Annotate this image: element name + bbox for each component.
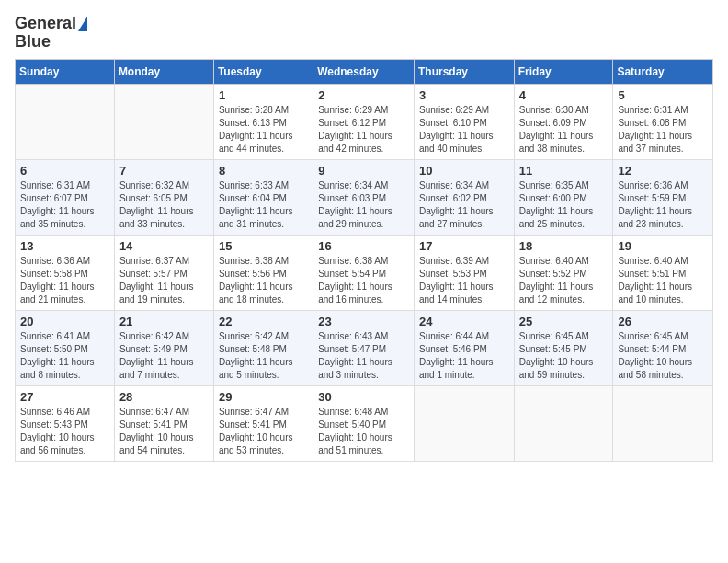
day-header-thursday: Thursday xyxy=(414,59,514,84)
day-number: 2 xyxy=(318,88,409,102)
calendar-cell: 3Sunrise: 6:29 AM Sunset: 6:10 PM Daylig… xyxy=(414,84,514,159)
day-info: Sunrise: 6:38 AM Sunset: 5:54 PM Dayligh… xyxy=(318,255,409,306)
calendar-cell: 29Sunrise: 6:47 AM Sunset: 5:41 PM Dayli… xyxy=(213,385,313,461)
calendar-cell: 18Sunrise: 6:40 AM Sunset: 5:52 PM Dayli… xyxy=(514,235,613,310)
day-header-wednesday: Wednesday xyxy=(313,59,415,84)
calendar-week-1: 1Sunrise: 6:28 AM Sunset: 6:13 PM Daylig… xyxy=(16,84,713,159)
calendar-week-2: 6Sunrise: 6:31 AM Sunset: 6:07 PM Daylig… xyxy=(16,159,713,235)
day-info: Sunrise: 6:41 AM Sunset: 5:50 PM Dayligh… xyxy=(20,330,109,382)
day-number: 7 xyxy=(119,164,209,178)
calendar-week-5: 27Sunrise: 6:46 AM Sunset: 5:43 PM Dayli… xyxy=(16,385,713,461)
calendar-cell: 4Sunrise: 6:30 AM Sunset: 6:09 PM Daylig… xyxy=(514,84,613,159)
day-number: 29 xyxy=(219,390,308,404)
day-number: 17 xyxy=(419,239,509,253)
day-number: 1 xyxy=(219,88,308,102)
day-number: 22 xyxy=(219,315,308,328)
day-info: Sunrise: 6:29 AM Sunset: 6:10 PM Dayligh… xyxy=(419,104,509,155)
day-info: Sunrise: 6:34 AM Sunset: 6:02 PM Dayligh… xyxy=(419,179,509,231)
day-info: Sunrise: 6:38 AM Sunset: 5:56 PM Dayligh… xyxy=(219,255,308,306)
day-number: 18 xyxy=(519,239,609,253)
calendar-cell: 23Sunrise: 6:43 AM Sunset: 5:47 PM Dayli… xyxy=(313,310,415,385)
calendar-cell xyxy=(114,84,213,159)
day-info: Sunrise: 6:31 AM Sunset: 6:07 PM Dayligh… xyxy=(20,179,109,231)
day-info: Sunrise: 6:44 AM Sunset: 5:46 PM Dayligh… xyxy=(419,330,509,382)
calendar-cell: 8Sunrise: 6:33 AM Sunset: 6:04 PM Daylig… xyxy=(213,159,313,235)
day-number: 24 xyxy=(419,315,509,328)
calendar-cell: 17Sunrise: 6:39 AM Sunset: 5:53 PM Dayli… xyxy=(414,235,514,310)
calendar-cell: 12Sunrise: 6:36 AM Sunset: 5:59 PM Dayli… xyxy=(613,159,713,235)
day-info: Sunrise: 6:31 AM Sunset: 6:08 PM Dayligh… xyxy=(618,104,708,155)
day-info: Sunrise: 6:36 AM Sunset: 5:59 PM Dayligh… xyxy=(618,179,708,231)
calendar-cell: 21Sunrise: 6:42 AM Sunset: 5:49 PM Dayli… xyxy=(114,310,213,385)
calendar-cell: 13Sunrise: 6:36 AM Sunset: 5:58 PM Dayli… xyxy=(16,235,115,310)
calendar-cell: 25Sunrise: 6:45 AM Sunset: 5:45 PM Dayli… xyxy=(514,310,613,385)
calendar-cell: 30Sunrise: 6:48 AM Sunset: 5:40 PM Dayli… xyxy=(313,385,415,461)
day-number: 26 xyxy=(618,315,708,328)
calendar-cell: 28Sunrise: 6:47 AM Sunset: 5:41 PM Dayli… xyxy=(114,385,213,461)
day-number: 23 xyxy=(318,315,409,328)
day-info: Sunrise: 6:35 AM Sunset: 6:00 PM Dayligh… xyxy=(519,179,609,231)
day-info: Sunrise: 6:47 AM Sunset: 5:41 PM Dayligh… xyxy=(119,406,209,457)
day-info: Sunrise: 6:32 AM Sunset: 6:05 PM Dayligh… xyxy=(119,179,209,231)
day-info: Sunrise: 6:39 AM Sunset: 5:53 PM Dayligh… xyxy=(419,255,509,306)
calendar-cell xyxy=(16,84,115,159)
calendar-cell: 1Sunrise: 6:28 AM Sunset: 6:13 PM Daylig… xyxy=(213,84,313,159)
day-number: 3 xyxy=(419,88,509,102)
day-header-monday: Monday xyxy=(114,59,213,84)
page-header: General Blue xyxy=(15,15,713,52)
calendar-cell: 20Sunrise: 6:41 AM Sunset: 5:50 PM Dayli… xyxy=(16,310,115,385)
day-info: Sunrise: 6:36 AM Sunset: 5:58 PM Dayligh… xyxy=(20,255,109,306)
day-info: Sunrise: 6:42 AM Sunset: 5:48 PM Dayligh… xyxy=(219,330,308,382)
calendar-cell: 2Sunrise: 6:29 AM Sunset: 6:12 PM Daylig… xyxy=(313,84,415,159)
calendar-cell: 27Sunrise: 6:46 AM Sunset: 5:43 PM Dayli… xyxy=(16,385,115,461)
calendar-cell xyxy=(613,385,713,461)
calendar-cell: 14Sunrise: 6:37 AM Sunset: 5:57 PM Dayli… xyxy=(114,235,213,310)
calendar-cell: 9Sunrise: 6:34 AM Sunset: 6:03 PM Daylig… xyxy=(313,159,415,235)
calendar-cell: 24Sunrise: 6:44 AM Sunset: 5:46 PM Dayli… xyxy=(414,310,514,385)
day-number: 16 xyxy=(318,239,409,253)
calendar-cell: 6Sunrise: 6:31 AM Sunset: 6:07 PM Daylig… xyxy=(16,159,115,235)
day-info: Sunrise: 6:40 AM Sunset: 5:51 PM Dayligh… xyxy=(618,255,708,306)
day-info: Sunrise: 6:28 AM Sunset: 6:13 PM Dayligh… xyxy=(219,104,308,155)
day-number: 6 xyxy=(20,164,109,178)
day-info: Sunrise: 6:43 AM Sunset: 5:47 PM Dayligh… xyxy=(318,330,409,382)
day-number: 8 xyxy=(219,164,308,178)
calendar-cell xyxy=(514,385,613,461)
day-number: 20 xyxy=(20,315,109,328)
day-number: 12 xyxy=(618,164,708,178)
day-number: 25 xyxy=(519,315,609,328)
day-info: Sunrise: 6:29 AM Sunset: 6:12 PM Dayligh… xyxy=(318,104,409,155)
day-number: 10 xyxy=(419,164,509,178)
day-number: 14 xyxy=(119,239,209,253)
calendar-cell: 26Sunrise: 6:45 AM Sunset: 5:44 PM Dayli… xyxy=(613,310,713,385)
day-number: 5 xyxy=(618,88,708,102)
day-info: Sunrise: 6:33 AM Sunset: 6:04 PM Dayligh… xyxy=(219,179,308,231)
logo: General Blue xyxy=(15,15,87,52)
day-number: 30 xyxy=(318,390,409,404)
calendar-week-4: 20Sunrise: 6:41 AM Sunset: 5:50 PM Dayli… xyxy=(16,310,713,385)
day-header-friday: Friday xyxy=(514,59,613,84)
day-info: Sunrise: 6:40 AM Sunset: 5:52 PM Dayligh… xyxy=(519,255,609,306)
day-info: Sunrise: 6:37 AM Sunset: 5:57 PM Dayligh… xyxy=(119,255,209,306)
day-info: Sunrise: 6:46 AM Sunset: 5:43 PM Dayligh… xyxy=(20,406,109,457)
day-number: 13 xyxy=(20,239,109,253)
calendar-cell: 11Sunrise: 6:35 AM Sunset: 6:00 PM Dayli… xyxy=(514,159,613,235)
calendar-cell: 7Sunrise: 6:32 AM Sunset: 6:05 PM Daylig… xyxy=(114,159,213,235)
calendar-table: SundayMondayTuesdayWednesdayThursdayFrid… xyxy=(15,59,713,462)
day-number: 4 xyxy=(519,88,609,102)
calendar-header-row: SundayMondayTuesdayWednesdayThursdayFrid… xyxy=(16,59,713,84)
calendar-cell: 22Sunrise: 6:42 AM Sunset: 5:48 PM Dayli… xyxy=(213,310,313,385)
calendar-cell: 5Sunrise: 6:31 AM Sunset: 6:08 PM Daylig… xyxy=(613,84,713,159)
calendar-week-3: 13Sunrise: 6:36 AM Sunset: 5:58 PM Dayli… xyxy=(16,235,713,310)
day-number: 19 xyxy=(618,239,708,253)
logo-general: General xyxy=(15,15,76,33)
day-number: 9 xyxy=(318,164,409,178)
day-info: Sunrise: 6:48 AM Sunset: 5:40 PM Dayligh… xyxy=(318,406,409,457)
day-info: Sunrise: 6:42 AM Sunset: 5:49 PM Dayligh… xyxy=(119,330,209,382)
logo-triangle-icon xyxy=(78,17,87,31)
calendar-cell: 15Sunrise: 6:38 AM Sunset: 5:56 PM Dayli… xyxy=(213,235,313,310)
day-number: 27 xyxy=(20,390,109,404)
day-info: Sunrise: 6:47 AM Sunset: 5:41 PM Dayligh… xyxy=(219,406,308,457)
day-number: 11 xyxy=(519,164,609,178)
day-info: Sunrise: 6:34 AM Sunset: 6:03 PM Dayligh… xyxy=(318,179,409,231)
